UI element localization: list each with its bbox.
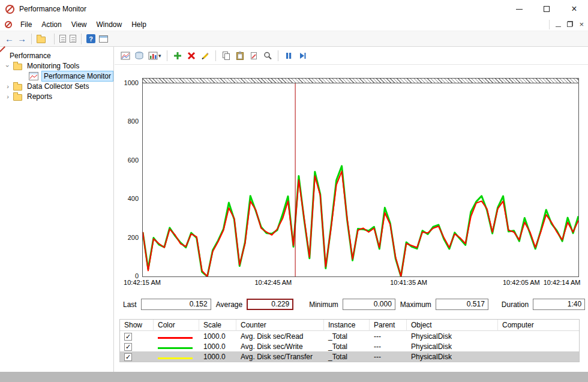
y-tick-label: 400 — [128, 195, 139, 202]
close-button[interactable]: × — [560, 0, 588, 18]
highlight-button[interactable] — [200, 51, 210, 61]
separator — [167, 50, 167, 61]
maximize-button[interactable] — [533, 0, 560, 18]
clear-display-button[interactable] — [249, 51, 259, 61]
legend-row-read[interactable]: ✓ 1000.0 Avg. Disk sec/Read _Total --- P… — [120, 331, 579, 341]
minimize-icon — [516, 9, 523, 10]
forward-button[interactable]: → — [17, 34, 26, 43]
object-value: PhysicalDisk — [407, 353, 498, 361]
column-header-scale[interactable]: Scale — [199, 320, 236, 331]
x-tick-label: 10:42:15 AM — [124, 279, 161, 286]
menu-file[interactable]: File — [16, 19, 37, 31]
counter-name: Avg. Disk sec/Read — [236, 332, 324, 341]
tree-item-reports[interactable]: › Reports — [0, 91, 113, 101]
column-header-instance[interactable]: Instance — [324, 320, 370, 331]
show-checkbox[interactable]: ✓ — [124, 333, 132, 341]
menu-bar: File Action View Window Help × — [0, 18, 588, 31]
update-data-button[interactable] — [298, 51, 307, 61]
minimum-label: Minimum — [309, 300, 338, 309]
add-icon — [173, 51, 182, 61]
color-swatch — [158, 347, 193, 349]
help-button[interactable]: ? — [86, 34, 95, 43]
x-axis: 10:42:15 AM10:42:45 AM10:41:35 AM10:42:0… — [142, 277, 579, 287]
y-axis: 02004006008001000 — [119, 83, 142, 276]
show-hide-console-tree-button[interactable] — [37, 35, 46, 43]
delete-counter-button[interactable] — [187, 51, 196, 61]
menu-view[interactable]: View — [67, 19, 92, 31]
object-value: PhysicalDisk — [407, 332, 498, 341]
last-label: Last — [123, 300, 137, 309]
print-button[interactable] — [70, 35, 76, 43]
change-graph-type-button[interactable]: ▾ — [148, 51, 161, 61]
print-icon — [70, 35, 76, 43]
show-checkbox[interactable]: ✓ — [124, 343, 132, 351]
legend-row-transfer[interactable]: ✓ 1000.0 Avg. Disk sec/Transfer _Total -… — [120, 351, 579, 362]
parent-value: --- — [370, 353, 407, 361]
magnifier-icon — [263, 51, 272, 61]
menu-window[interactable]: Window — [92, 19, 127, 31]
column-header-show[interactable]: Show — [120, 320, 154, 331]
chart-top-hatch — [143, 79, 578, 83]
chart: 02004006008001000 10:42:15 AM10:42:45 AM… — [119, 78, 579, 287]
minimize-button[interactable] — [505, 0, 533, 18]
column-header-color[interactable]: Color — [154, 320, 199, 331]
tree-item-monitoring-tools[interactable]: › Monitoring Tools — [0, 61, 113, 71]
tree-item-label: Monitoring Tools — [25, 61, 81, 71]
series-line — [143, 166, 578, 276]
chart-plot-area[interactable] — [142, 78, 579, 277]
tree-item-performance[interactable]: Performance — [0, 50, 113, 61]
menu-action[interactable]: Action — [37, 19, 66, 31]
freeze-display-button[interactable] — [284, 51, 293, 61]
export-list-button[interactable] — [59, 35, 66, 43]
delete-icon — [187, 51, 196, 61]
copy-icon — [221, 51, 231, 61]
main-panel: ▾ 0200 — [115, 47, 588, 372]
chart-plot-svg — [143, 83, 578, 276]
view-log-data-button[interactable] — [134, 51, 144, 61]
menu-help[interactable]: Help — [127, 19, 151, 31]
child-minimize-button[interactable] — [556, 20, 561, 29]
folder-icon — [13, 84, 22, 91]
tree-item-performance-monitor[interactable]: Performance Monitor — [0, 71, 113, 81]
add-counter-button[interactable] — [173, 51, 182, 61]
average-value: 0.229 — [247, 299, 293, 310]
view-current-activity-button[interactable] — [121, 51, 130, 61]
tree-item-label: Performance — [8, 51, 53, 61]
console-tree: Performance › Monitoring Tools Performan… — [0, 47, 114, 372]
show-checkbox[interactable]: ✓ — [124, 353, 132, 361]
column-header-computer[interactable]: Computer — [498, 320, 579, 331]
clear-display-icon — [249, 51, 259, 61]
performance-monitor-window: { "window": { "title": "Performance Moni… — [0, 0, 588, 382]
child-close-button[interactable]: × — [579, 20, 584, 29]
column-header-counter[interactable]: Counter — [236, 320, 324, 331]
duration-value: 1:40 — [533, 299, 585, 310]
counter-name: Avg. Disk sec/Transfer — [236, 353, 324, 361]
y-tick-label: 600 — [128, 157, 139, 164]
separator — [549, 20, 550, 29]
child-restore-button[interactable] — [567, 20, 573, 29]
column-header-parent[interactable]: Parent — [370, 320, 407, 331]
chevron-right-icon[interactable]: › — [5, 93, 11, 100]
back-button[interactable]: ← — [5, 34, 14, 43]
column-header-object[interactable]: Object — [407, 320, 498, 331]
y-tick-label: 800 — [128, 118, 139, 125]
zoom-button[interactable] — [263, 51, 272, 61]
paste-counter-list-button[interactable] — [235, 51, 245, 61]
paste-icon — [235, 51, 245, 61]
copy-properties-button[interactable] — [221, 51, 231, 61]
chevron-down-icon[interactable]: › — [4, 63, 11, 69]
legend-header: Show Color Scale Counter Instance Parent… — [120, 320, 579, 331]
tree-item-data-collector-sets[interactable]: › Data Collector Sets — [0, 81, 113, 91]
new-window-button[interactable] — [99, 35, 108, 43]
parent-value: --- — [370, 342, 407, 351]
view-log-data-icon — [134, 51, 144, 61]
view-current-activity-icon — [121, 51, 130, 61]
legend-row-write[interactable]: ✓ 1000.0 Avg. Disk sec/Write _Total --- … — [120, 341, 579, 351]
chart-toolbar: ▾ — [115, 47, 588, 65]
minimize-icon — [556, 26, 561, 27]
maximum-label: Maximum — [400, 300, 431, 309]
separator — [31, 34, 32, 44]
performance-monitor-icon-small — [5, 21, 12, 28]
chevron-right-icon[interactable]: › — [5, 83, 11, 90]
x-tick-label: 10:42:14 AM — [544, 279, 581, 286]
